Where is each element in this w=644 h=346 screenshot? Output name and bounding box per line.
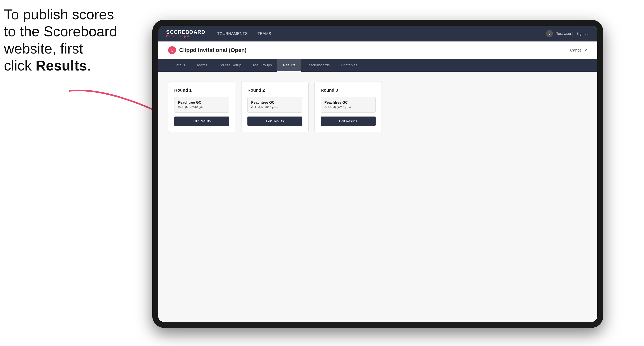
round-3-course-card: Peachtree GC Gold (M) (7010 yds) [320,97,376,113]
round-1-title: Round 1 [174,88,229,93]
tournament-page: C Clippd Invitational (Open) Cancel ✕ De… [158,41,597,322]
rounds-grid: Round 1 Peachtree GC Gold (M) (7010 yds)… [168,82,588,132]
user-label: Test User | [556,32,573,36]
round-2-course-name: Peachtree GC [251,101,299,105]
round-2-card: Round 2 Peachtree GC Gold (M) (7010 yds)… [241,82,308,132]
round-3-edit-results-button[interactable]: Edit Results [320,117,376,126]
tab-details[interactable]: Details [168,59,191,72]
logo-area: SCOREBOARD Powered by clippd [166,29,205,38]
round-3-course-details: Gold (M) (7010 yds) [324,105,372,109]
tablet-screen: SCOREBOARD Powered by clippd TOURNAMENTS… [158,26,597,322]
tournament-name: Clippd Invitational (Open) [179,47,247,53]
close-icon: ✕ [584,48,588,52]
sign-out-link[interactable]: Sign out [576,32,590,36]
main-content: Round 1 Peachtree GC Gold (M) (7010 yds)… [158,72,597,322]
tab-teams[interactable]: Teams [191,59,213,72]
round-2-course-details: Gold (M) (7010 yds) [251,105,299,109]
round-1-edit-results-button[interactable]: Edit Results [174,117,229,126]
tab-tee-groups[interactable]: Tee Groups [247,59,277,72]
header-right: U Test User | Sign out [546,30,590,37]
tournament-header: C Clippd Invitational (Open) Cancel ✕ [158,41,597,59]
cancel-button[interactable]: Cancel ✕ [570,48,588,52]
round-3-course-name: Peachtree GC [324,101,372,105]
user-avatar: U [546,30,553,37]
round-2-course-card: Peachtree GC Gold (M) (7010 yds) [248,97,302,113]
tabs-bar: Details Teams Course Setup Tee Groups Re… [158,59,597,72]
app-header: SCOREBOARD Powered by clippd TOURNAMENTS… [158,26,597,41]
tournament-icon: C [168,46,176,54]
nav-links: TOURNAMENTS TEAMS [217,30,546,37]
round-3-card: Round 3 Peachtree GC Gold (M) (7010 yds)… [314,82,382,132]
nav-teams[interactable]: TEAMS [258,30,271,37]
tablet-device: SCOREBOARD Powered by clippd TOURNAMENTS… [152,20,603,328]
round-3-title: Round 3 [320,88,376,93]
tab-course-setup[interactable]: Course Setup [213,59,247,72]
left-annotation: To publish scores to the Scoreboard webs… [4,6,117,74]
nav-tournaments[interactable]: TOURNAMENTS [217,30,248,37]
round-2-title: Round 2 [248,88,302,93]
logo-subtitle: Powered by clippd [166,34,205,38]
round-1-course-details: Gold (M) (7010 yds) [178,105,226,109]
logo-title: SCOREBOARD [166,29,205,34]
tab-leaderboards[interactable]: Leaderboards [301,59,335,72]
round-1-course-name: Peachtree GC [178,101,226,105]
tab-printables[interactable]: Printables [335,59,363,72]
tab-results[interactable]: Results [277,59,301,72]
round-2-edit-results-button[interactable]: Edit Results [248,117,302,126]
round-1-course-card: Peachtree GC Gold (M) (7010 yds) [174,97,229,113]
tournament-title-area: C Clippd Invitational (Open) [168,46,247,54]
round-1-card: Round 1 Peachtree GC Gold (M) (7010 yds)… [168,82,235,132]
